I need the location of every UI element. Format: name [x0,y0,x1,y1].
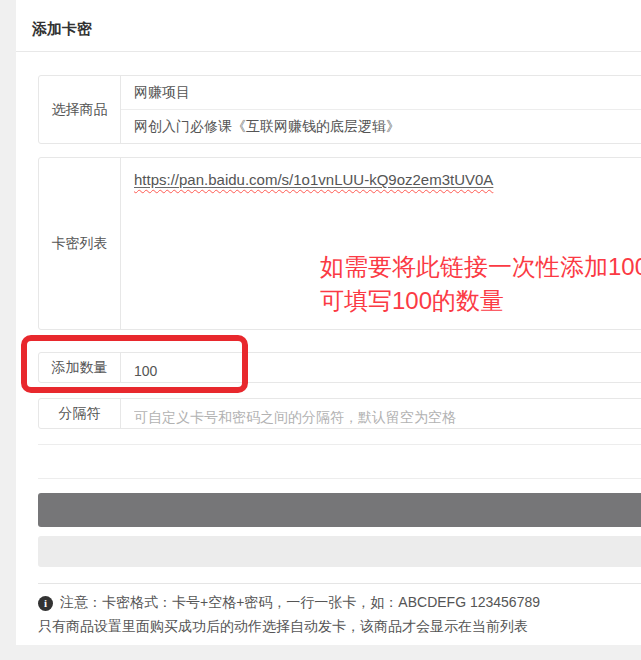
separator-label: 分隔符 [39,399,121,428]
separator-input[interactable] [134,399,641,428]
divider-above-buttons [38,444,641,445]
panel-header: 添加卡密 [16,0,641,52]
quantity-row: 添加数量 [38,352,641,383]
product-select[interactable]: 网创入门必修课《互联网赚钱的底层逻辑》 [121,110,641,144]
note-text-1: 注意：卡密格式：卡号+空格+密码，一行一张卡，如：ABCDEFG 1234567… [60,594,540,612]
quantity-label: 添加数量 [39,353,121,382]
quantity-input[interactable] [134,353,641,382]
info-circle-icon: i [38,596,53,611]
add-card-key-panel: 添加卡密 选择商品 网赚项目 网创入门必修课《互联网赚钱的底层逻辑》 卡密列表 … [16,0,641,645]
separator-row: 分隔符 [38,398,641,429]
card-list-label: 卡密列表 [39,158,121,329]
category-select[interactable]: 网赚项目 [121,76,641,110]
annotation-text-line1: 如需要将此链接一次性添加100个 [320,250,641,284]
reset-button[interactable] [38,536,641,567]
card-list-content: https://pan.baidu.com/s/1o1vnLUU-kQ9oz2e… [121,158,641,329]
card-list-row: 卡密列表 https://pan.baidu.com/s/1o1vnLUU-kQ… [38,157,641,330]
product-select-row: 选择商品 网赚项目 网创入门必修课《互联网赚钱的底层逻辑》 [38,75,641,144]
note-line-2: 只有商品设置里面购买成功后的动作选择自动发卡，该商品才会显示在当前列表 [38,618,641,636]
panel-title: 添加卡密 [32,20,92,39]
note-line-1: i 注意：卡密格式：卡号+空格+密码，一行一张卡，如：ABCDEFG 12345… [38,594,641,612]
submit-button[interactable] [38,493,641,527]
pan-link-text: https://pan.baidu.com/s/1o1vnLUU-kQ9oz2e… [134,171,493,188]
note-text-2: 只有商品设置里面购买成功后的动作选择自动发卡，该商品才会显示在当前列表 [38,618,528,636]
divider-above-note [38,583,641,584]
annotation-text-line2: 可填写100的数量 [320,284,641,318]
product-select-content: 网赚项目 网创入门必修课《互联网赚钱的底层逻辑》 [121,76,641,143]
annotation-text: 如需要将此链接一次性添加100个 可填写100的数量 [320,250,641,318]
divider-below-form [38,478,641,479]
product-select-label: 选择商品 [39,76,121,143]
